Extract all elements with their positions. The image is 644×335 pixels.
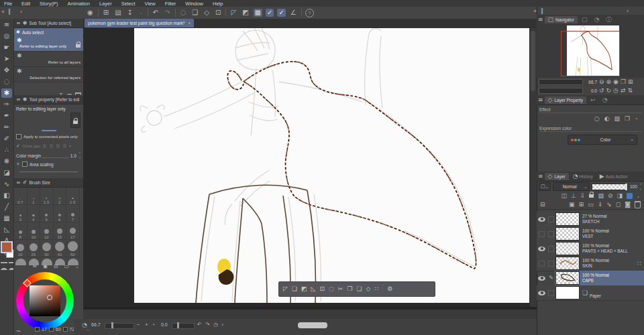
- brush-size-cell[interactable]: 50: [66, 240, 80, 257]
- brush-size-cell[interactable]: 5: [40, 205, 54, 222]
- actual-size-icon[interactable]: [613, 79, 619, 85]
- layer-thumbnail[interactable]: [555, 212, 580, 226]
- timelapse-icon[interactable]: [82, 322, 87, 328]
- open-file-icon[interactable]: [113, 9, 122, 17]
- snap-to-special-ruler-icon[interactable]: [277, 9, 285, 17]
- flip-horizontal-icon[interactable]: [621, 88, 626, 94]
- brush-size-menu-icon[interactable]: [16, 180, 21, 186]
- tab-history-icon[interactable]: [591, 16, 602, 23]
- frame-border-tool-icon[interactable]: [1, 214, 12, 223]
- marching-ants-icon[interactable]: [329, 286, 334, 292]
- canvas-page[interactable]: [134, 28, 529, 303]
- clip-at-layer-below-icon[interactable]: [561, 193, 567, 199]
- reference-layer-icon[interactable]: [580, 193, 586, 199]
- area-scaling-checkbox[interactable]: [22, 161, 28, 167]
- color-slider-tab-icon[interactable]: [54, 264, 58, 269]
- ruler-dropdown-icon[interactable]: [616, 193, 623, 199]
- show-filled-icon[interactable]: [254, 9, 262, 17]
- brush-size-cell[interactable]: 20: [14, 240, 28, 257]
- opacity-stepper[interactable]: ⌃⌄: [639, 184, 642, 190]
- delete-layer-icon[interactable]: [635, 201, 641, 208]
- panel-divider-handle[interactable]: [8, 9, 11, 15]
- menu-filter[interactable]: Filter: [165, 1, 176, 7]
- menu-animation[interactable]: Animation: [68, 1, 90, 7]
- subtool-group-auto-select[interactable]: Auto select: [14, 28, 83, 36]
- scale-selection-icon[interactable]: [319, 286, 325, 292]
- brush-size-cell[interactable]: 17: [66, 222, 80, 240]
- merge-down-icon[interactable]: [606, 202, 612, 208]
- checkbox-icon[interactable]: [548, 261, 554, 267]
- auto-select-tool-icon[interactable]: [1, 88, 12, 98]
- csp-logo-icon[interactable]: [86, 9, 95, 17]
- mask-dropdown-icon[interactable]: [608, 193, 613, 199]
- transfer-down-icon[interactable]: [598, 202, 603, 208]
- blend-mode-dropdown[interactable]: Normal: [553, 182, 590, 191]
- launcher-settings-icon[interactable]: [387, 286, 392, 292]
- layer-row-skin[interactable]: 100 % NormalSKIN: [537, 256, 644, 271]
- pen-tool-icon[interactable]: [1, 111, 12, 121]
- new-tone-icon[interactable]: [374, 286, 378, 292]
- pencil-tool-icon[interactable]: [1, 123, 12, 132]
- new-vector-layer-icon[interactable]: [579, 202, 584, 208]
- layer-row-sketch[interactable]: 27 % NormalSKETCH: [537, 212, 644, 227]
- tab-information-icon[interactable]: [603, 16, 614, 23]
- eyedropper-tool-icon[interactable]: [1, 100, 12, 109]
- halftone-icon[interactable]: [614, 116, 621, 122]
- visibility-eye-icon[interactable]: [538, 276, 545, 281]
- decoration-tool-icon[interactable]: [1, 157, 12, 166]
- save-export-icon[interactable]: [126, 9, 134, 17]
- navigator-menu-icon[interactable]: [538, 17, 543, 23]
- zoom-slider-handle[interactable]: [111, 322, 113, 328]
- collapse-status-icon[interactable]: [221, 322, 223, 328]
- visibility-eye-icon[interactable]: [538, 247, 545, 251]
- expand-status-icon[interactable]: ⌃⌃: [86, 329, 90, 333]
- invert-selection-icon[interactable]: [301, 286, 307, 292]
- tab-layer-property[interactable]: Layer Property: [545, 96, 587, 104]
- brush-size-cell[interactable]: 3: [14, 205, 28, 222]
- tab-subview-icon[interactable]: [579, 16, 590, 23]
- select-again-icon[interactable]: [292, 286, 297, 292]
- expand-icon[interactable]: [69, 144, 71, 149]
- selection-tool-icon[interactable]: [1, 77, 12, 86]
- subtool-item-selection-referred[interactable]: Selection for referred layers: [14, 67, 83, 82]
- checkbox-icon[interactable]: [548, 216, 554, 222]
- zoom-slider[interactable]: [105, 323, 134, 329]
- figure-tool-icon[interactable]: [1, 202, 12, 212]
- chevron-down-icon[interactable]: [635, 116, 639, 122]
- airbrush-tool-icon[interactable]: [1, 145, 12, 155]
- palette-dropdown[interactable]: [539, 182, 551, 191]
- visibility-eye-off-icon[interactable]: [539, 231, 545, 237]
- layer-thumbnail[interactable]: [555, 242, 580, 255]
- deselect-icon[interactable]: [283, 286, 288, 292]
- layer-row-pants-head-ball[interactable]: 100 % NormalPANTS + HEAD + BALL: [537, 241, 644, 257]
- brush-size-cell[interactable]: 0.7: [14, 188, 28, 205]
- tab-close-icon[interactable]: ×: [189, 21, 191, 25]
- visibility-eye-icon[interactable]: [538, 291, 545, 295]
- brush-size-cell[interactable]: 10: [28, 222, 41, 240]
- reset-view-icon[interactable]: [213, 322, 218, 328]
- save-dropdown-icon[interactable]: [138, 10, 144, 16]
- scroll-right-icon[interactable]: [627, 9, 629, 14]
- brush-size-cell[interactable]: 40: [54, 240, 67, 257]
- menu-view[interactable]: View: [145, 1, 156, 7]
- subtool-item-refer-all[interactable]: Refer to all layers: [14, 52, 83, 67]
- menu-window[interactable]: Window: [185, 1, 203, 7]
- layer-thumbnail[interactable]: [555, 271, 580, 285]
- rotate-left-icon[interactable]: [197, 322, 202, 328]
- actual-pixels-button[interactable]: ▪: [153, 322, 154, 326]
- foreground-color-swatch[interactable]: [2, 243, 11, 252]
- opacity-value[interactable]: 100: [630, 184, 637, 189]
- layer-row-paper[interactable]: Paper: [537, 285, 644, 301]
- menu-help[interactable]: Help: [213, 1, 223, 7]
- scroll-left-icon[interactable]: [20, 9, 22, 15]
- rotation-slider[interactable]: [172, 323, 195, 329]
- flip-vertical-icon[interactable]: [628, 88, 633, 94]
- lock-property-button[interactable]: [70, 113, 80, 128]
- brush-size-cell[interactable]: 6: [54, 205, 67, 222]
- expression-color-dropdown[interactable]: Color: [568, 135, 637, 145]
- rotation-readout[interactable]: 0.0: [161, 322, 168, 327]
- menu-file[interactable]: File: [4, 1, 12, 7]
- show-halftone-icon[interactable]: [241, 9, 250, 17]
- visibility-eye-icon[interactable]: [538, 217, 545, 222]
- area-scaling-slider[interactable]: [19, 170, 78, 172]
